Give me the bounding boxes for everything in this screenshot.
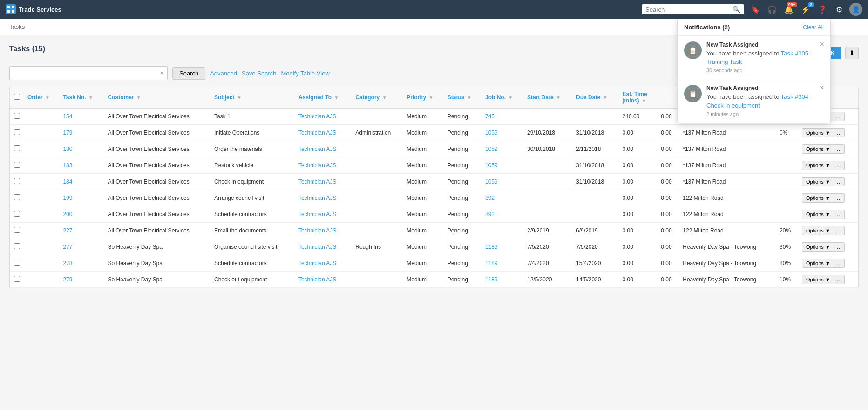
row-checkbox[interactable] [10, 272, 24, 288]
notifications-button[interactable]: 🔔 99+ [782, 3, 795, 16]
row-select-checkbox[interactable] [14, 211, 20, 217]
col-due-date[interactable]: Due Date ▼ [572, 87, 619, 108]
download-button[interactable]: ⬇ [845, 47, 859, 59]
row-checkbox[interactable] [10, 206, 24, 223]
row-task-no[interactable]: 199 [59, 190, 104, 206]
row-checkbox[interactable] [10, 125, 24, 141]
row-job-no[interactable]: 1059 [481, 125, 523, 141]
row-task-no[interactable]: 179 [59, 125, 104, 141]
row-job-no[interactable]: 892 [481, 190, 523, 206]
row-select-checkbox[interactable] [14, 276, 20, 282]
row-options-button[interactable]: Options ▼ [802, 275, 834, 284]
row-task-no[interactable]: 184 [59, 174, 104, 190]
col-subject[interactable]: Subject ▼ [210, 87, 295, 108]
global-search-bar[interactable]: 🔍 [642, 4, 744, 14]
select-all-checkbox[interactable] [14, 94, 20, 100]
row-checkbox[interactable] [10, 190, 24, 206]
row-options-more-button[interactable]: … [834, 259, 845, 268]
row-select-checkbox[interactable] [14, 129, 20, 135]
row-options-more-button[interactable]: … [834, 144, 845, 154]
headset-button[interactable]: 🎧 [766, 3, 779, 16]
col-task-no[interactable]: Task No. ▼ [59, 87, 104, 108]
search-button[interactable]: Search [172, 67, 205, 80]
notif-close-2[interactable]: ✕ [819, 84, 825, 91]
col-category[interactable]: Category ▼ [352, 87, 403, 108]
notif-close-1[interactable]: ✕ [819, 41, 825, 48]
row-checkbox[interactable] [10, 141, 24, 157]
row-options-more-button[interactable]: … [834, 177, 845, 186]
row-job-no[interactable] [481, 223, 523, 239]
row-options-more-button[interactable]: … [834, 210, 845, 219]
search-input-wrap[interactable]: ✕ [9, 66, 168, 80]
col-assigned-to[interactable]: Assigned To ▼ [295, 87, 352, 108]
col-priority[interactable]: Priority ▼ [403, 87, 444, 108]
row-job-no[interactable]: 1189 [481, 272, 523, 288]
row-select-checkbox[interactable] [14, 145, 20, 151]
row-options-button[interactable]: Options ▼ [802, 193, 834, 203]
row-options-button[interactable]: Options ▼ [802, 242, 834, 252]
row-options-more-button[interactable]: … [834, 161, 845, 170]
col-status[interactable]: Status ▼ [444, 87, 481, 108]
row-task-no[interactable]: 154 [59, 108, 104, 125]
row-job-no[interactable]: 1059 [481, 174, 523, 190]
row-options-button[interactable]: Options ▼ [802, 177, 834, 186]
row-task-no[interactable]: 277 [59, 239, 104, 255]
row-checkbox[interactable] [10, 174, 24, 190]
row-select-checkbox[interactable] [14, 113, 20, 119]
row-job-no[interactable]: 1059 [481, 157, 523, 174]
col-start-date[interactable]: Start Date ▼ [523, 87, 572, 108]
row-select-checkbox[interactable] [14, 260, 20, 266]
row-select-checkbox[interactable] [14, 162, 20, 168]
bookmark-button[interactable]: 🔖 [749, 3, 762, 16]
advanced-search-link[interactable]: Advanced [210, 70, 237, 77]
row-job-no[interactable]: 1189 [481, 239, 523, 255]
row-job-no[interactable]: 745 [481, 108, 523, 125]
row-options-more-button[interactable]: … [834, 112, 845, 121]
row-options-button[interactable]: Options ▼ [802, 210, 834, 219]
alerts-button[interactable]: ⚡ 2 [799, 3, 812, 16]
modify-table-link[interactable]: Modify Table View [281, 70, 329, 77]
row-checkbox[interactable] [10, 108, 24, 125]
notif-clear-all-button[interactable]: Clear All [803, 24, 824, 31]
row-options-more-button[interactable]: … [834, 128, 845, 137]
search-input[interactable] [13, 70, 160, 77]
row-due-date [572, 206, 619, 223]
global-search-input[interactable] [645, 6, 731, 13]
row-options-more-button[interactable]: … [834, 275, 845, 284]
row-options-button[interactable]: Options ▼ [802, 226, 834, 235]
row-task-no[interactable]: 183 [59, 157, 104, 174]
row-options-button[interactable]: Options ▼ [802, 144, 834, 154]
row-options-button[interactable]: Options ▼ [802, 259, 834, 268]
col-order[interactable]: Order ▼ [24, 87, 59, 108]
row-checkbox[interactable] [10, 223, 24, 239]
search-clear-icon[interactable]: ✕ [160, 70, 164, 76]
save-search-link[interactable]: Save Search [242, 70, 276, 77]
row-options-more-button[interactable]: … [834, 193, 845, 203]
row-checkbox[interactable] [10, 255, 24, 272]
row-options-button[interactable]: Options ▼ [802, 161, 834, 170]
row-checkbox[interactable] [10, 157, 24, 174]
row-select-checkbox[interactable] [14, 178, 20, 184]
row-select-checkbox[interactable] [14, 243, 20, 249]
col-job-no[interactable]: Job No. ▼ [481, 87, 523, 108]
settings-button[interactable]: ⚙ [833, 3, 846, 16]
row-select-checkbox[interactable] [14, 194, 20, 200]
header-checkbox[interactable] [10, 87, 24, 108]
row-job-no[interactable]: 1189 [481, 255, 523, 272]
row-checkbox[interactable] [10, 239, 24, 255]
row-task-no[interactable]: 180 [59, 141, 104, 157]
row-options-more-button[interactable]: … [834, 226, 845, 235]
row-task-no[interactable]: 227 [59, 223, 104, 239]
help-button[interactable]: ❓ [816, 3, 829, 16]
row-job-no[interactable]: 892 [481, 206, 523, 223]
row-task-no[interactable]: 200 [59, 206, 104, 223]
row-select-checkbox[interactable] [14, 227, 20, 233]
row-task-no[interactable]: 279 [59, 272, 104, 288]
row-options-button[interactable]: Options ▼ [802, 128, 834, 137]
col-customer[interactable]: Customer ▼ [104, 87, 210, 108]
avatar[interactable]: 👤 [849, 3, 862, 16]
row-job-no[interactable]: 1059 [481, 141, 523, 157]
row-task-no[interactable]: 278 [59, 255, 104, 272]
col-est-time[interactable]: Est. Time(mins) ▼ [619, 87, 658, 108]
row-options-more-button[interactable]: … [834, 242, 845, 252]
